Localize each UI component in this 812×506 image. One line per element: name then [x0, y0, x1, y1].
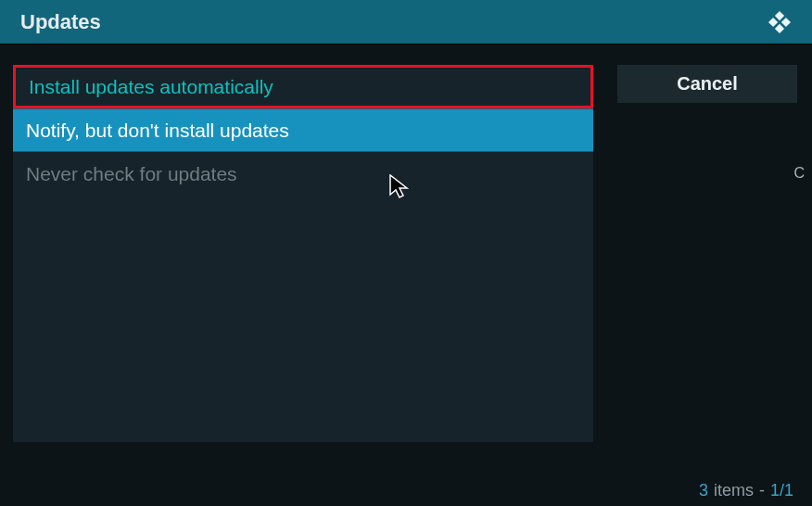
kodi-logo-icon: [764, 6, 795, 38]
option-notify-only[interactable]: Notify, but don't install updates: [13, 108, 593, 152]
svg-rect-0: [775, 10, 784, 19]
item-count: 3: [699, 481, 708, 500]
option-label: Install updates automatically: [29, 76, 273, 98]
svg-rect-1: [781, 17, 791, 26]
svg-rect-3: [775, 23, 784, 32]
options-list: Install updates automatically Notify, bu…: [13, 65, 593, 442]
option-never-check[interactable]: Never check for updates: [13, 152, 593, 196]
dialog-content: Install updates automatically Notify, bu…: [0, 44, 812, 478]
option-label: Notify, but don't install updates: [26, 120, 289, 142]
footer-sep: -: [759, 481, 765, 500]
svg-rect-2: [768, 17, 778, 26]
items-word: items: [714, 481, 754, 500]
edge-character: C: [793, 165, 805, 182]
status-footer: 3 items - 1/1: [699, 481, 793, 500]
side-panel: Cancel: [617, 65, 797, 478]
dialog-title: Updates: [20, 10, 101, 34]
page-indicator: 1/1: [770, 481, 793, 500]
option-label: Never check for updates: [26, 163, 237, 185]
option-install-automatically[interactable]: Install updates automatically: [13, 65, 593, 108]
cancel-label: Cancel: [677, 73, 738, 95]
cancel-button[interactable]: Cancel: [617, 65, 797, 103]
header-bar: Updates: [0, 0, 812, 44]
